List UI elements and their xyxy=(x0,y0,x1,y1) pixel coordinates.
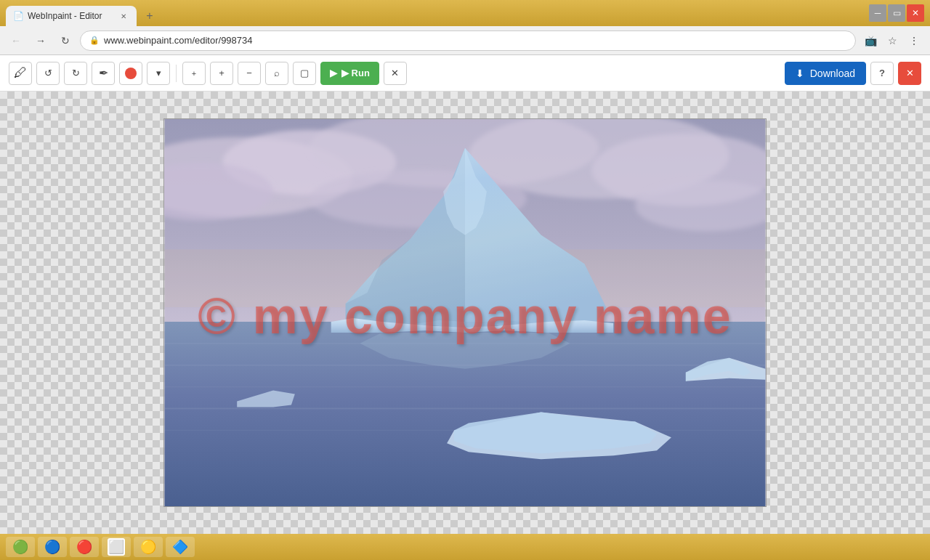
close-red-button[interactable]: ✕ xyxy=(898,62,921,85)
close-editor-button[interactable]: ✕ xyxy=(384,62,407,85)
play-icon: ▶ xyxy=(330,68,337,78)
window-maximize-button[interactable]: ▭ xyxy=(888,4,905,22)
color-indicator xyxy=(125,68,137,79)
download-icon: ⬇ xyxy=(796,68,804,79)
run-button[interactable]: ▶ ▶ Run xyxy=(320,62,379,85)
help-button[interactable]: ? xyxy=(870,62,894,85)
redo-button[interactable]: ↻ xyxy=(64,62,87,85)
zoom-in-button[interactable]: + xyxy=(210,62,233,85)
taskbar: 🟢 🔵 🔴 ⬜ 🟡 🔷 xyxy=(0,534,930,560)
taskbar-item-5[interactable]: 🟡 xyxy=(134,537,163,557)
taskbar-item-3[interactable]: 🔴 xyxy=(70,537,99,557)
image-canvas[interactable]: © my company name xyxy=(163,118,767,507)
tab-bar: 📄 WebInpaint - Editor ✕ + xyxy=(6,0,160,26)
separator-1 xyxy=(176,65,177,82)
eraser-button[interactable]: 🖊 xyxy=(9,62,32,85)
brush-button[interactable]: ✒ xyxy=(92,62,115,85)
help-icon: ? xyxy=(879,68,885,78)
run-label: ▶ Run xyxy=(341,68,370,78)
plus-small-icon: + xyxy=(192,69,196,78)
window-minimize-button[interactable]: ─ xyxy=(869,4,886,22)
download-label: Download xyxy=(810,68,855,79)
tab-title: WebInpaint - Editor xyxy=(28,11,113,21)
address-bar[interactable]: 🔒 www.webinpaint.com/editor/998734 xyxy=(80,31,856,51)
active-tab[interactable]: 📄 WebInpaint - Editor ✕ xyxy=(6,6,137,26)
bookmark-button[interactable]: ☆ xyxy=(882,31,902,51)
canvas-area: © my company name xyxy=(0,92,930,534)
chevron-down-icon: ▾ xyxy=(156,68,161,78)
nav-right-buttons: 📺 ☆ ⋮ xyxy=(860,31,924,51)
menu-button[interactable]: ⋮ xyxy=(904,31,924,51)
chrome-title-bar: 📄 WebInpaint - Editor ✕ + ─ ▭ ✕ xyxy=(0,0,930,26)
forward-button[interactable]: → xyxy=(31,31,51,51)
close-red-icon: ✕ xyxy=(906,68,914,78)
chrome-nav-bar: ← → ↻ 🔒 www.webinpaint.com/editor/998734… xyxy=(0,26,930,55)
tab-close-button[interactable]: ✕ xyxy=(118,10,129,22)
taskbar-item-6[interactable]: 🔷 xyxy=(166,537,195,557)
window-close-button[interactable]: ✕ xyxy=(907,4,924,22)
color-picker-button[interactable] xyxy=(119,62,142,85)
rect-icon: ▢ xyxy=(300,68,309,78)
undo-icon: ↺ xyxy=(44,68,52,78)
search-icon: ⌕ xyxy=(274,68,280,78)
taskbar-item-4[interactable]: ⬜ xyxy=(102,537,131,557)
taskbar-item-1[interactable]: 🟢 xyxy=(6,537,35,557)
window-controls: ─ ▭ ✕ xyxy=(869,4,924,22)
rect-tool-button[interactable]: ▢ xyxy=(293,62,316,85)
back-button[interactable]: ← xyxy=(6,31,26,51)
iceberg-svg xyxy=(164,119,766,506)
search-button[interactable]: ⌕ xyxy=(265,62,288,85)
minus-icon: − xyxy=(246,68,252,78)
close-icon: ✕ xyxy=(391,68,399,78)
tab-favicon: 📄 xyxy=(13,11,23,21)
undo-button[interactable]: ↺ xyxy=(36,62,60,85)
url-text: www.webinpaint.com/editor/998734 xyxy=(104,35,253,46)
download-button[interactable]: ⬇ Download xyxy=(785,62,866,85)
brush-icon: ✒ xyxy=(99,66,108,80)
zoom-in-small-button[interactable]: + xyxy=(182,62,206,85)
taskbar-item-2[interactable]: 🔵 xyxy=(38,537,67,557)
new-tab-button[interactable]: + xyxy=(140,6,160,26)
zoom-out-button[interactable]: − xyxy=(238,62,261,85)
cast-button[interactable]: 📺 xyxy=(860,31,881,51)
dropdown-button[interactable]: ▾ xyxy=(147,62,170,85)
reload-button[interactable]: ↻ xyxy=(55,31,76,51)
plus-icon: + xyxy=(219,68,225,78)
editor-toolbar: 🖊 ↺ ↻ ✒ ▾ + + − ⌕ ▢ ▶ ▶ Run xyxy=(0,55,930,92)
lock-icon: 🔒 xyxy=(89,36,100,45)
redo-icon: ↻ xyxy=(72,68,80,78)
